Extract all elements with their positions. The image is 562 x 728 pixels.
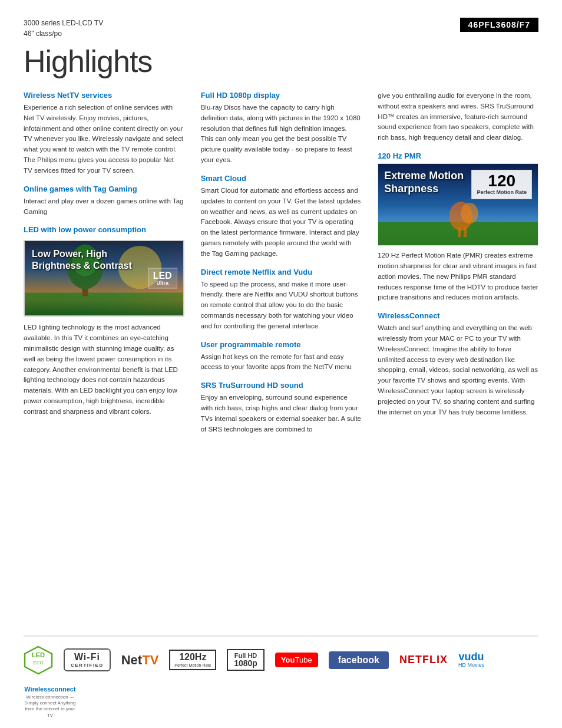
fullhd-body: Blu-ray Discs have the capacity to carry…	[201, 103, 362, 166]
model-badge: 46PFL3608/F7	[460, 18, 538, 32]
class-label: 46" class/po	[24, 28, 103, 39]
youtube-label: YouTube	[275, 653, 318, 667]
led-power-body: LED lighting technology is the most adva…	[24, 322, 184, 417]
svg-point-9	[461, 203, 479, 223]
netflix-vudu-body: To speed up the process, and make it mor…	[201, 279, 362, 332]
vudu-badge: vudu HD Movies	[458, 651, 484, 668]
page-title: Highlights	[24, 44, 538, 79]
svg-rect-10	[458, 227, 461, 238]
pmr-title: 120 Hz PMR	[378, 151, 538, 160]
column-3: give you enthralling audio for everyone …	[378, 91, 538, 435]
svg-text:LED: LED	[32, 651, 45, 658]
srs-body: Enjoy an enveloping, surround sound expe…	[201, 393, 362, 434]
fullhd-title: Full HD 1080p display	[201, 91, 362, 100]
user-remote-body: Assign hot keys on the remote for fast a…	[201, 352, 362, 373]
led-image-text: Low Power, High Brightness & Contrast	[32, 248, 132, 271]
wirelessconnect-badge: Wirelessconnect Wireless connection — Si…	[24, 686, 77, 719]
fullhd-sub: 1080p	[234, 659, 257, 667]
netflix-label: NETFLIX	[399, 654, 448, 666]
wconnect-sub: Wireless connection — Simply connect Any…	[24, 694, 77, 719]
column-1: Wireless NetTV services Experience a ric…	[24, 91, 184, 435]
wconnect-title: Wirelessconnect	[24, 686, 75, 693]
pmr-overlay-text: Extreme Motion Sharpness	[384, 170, 464, 195]
pmr-image-box: Extreme Motion Sharpness 120 Perfect Mot…	[378, 163, 538, 246]
header-row: 3000 series LED-LCD TV 46" class/po 46PF…	[24, 18, 538, 39]
srs-title: SRS TruSurround HD sound	[201, 381, 362, 390]
pmr-body: 120 Hz Perfect Motion Rate (PMR) creates…	[378, 251, 538, 303]
column-2: Full HD 1080p display Blu-ray Discs have…	[201, 91, 362, 435]
youtube-badge: YouTube	[275, 653, 318, 667]
facebook-badge: facebook	[329, 651, 389, 669]
led-image-box: Low Power, High Brightness & Contrast LE…	[24, 240, 184, 317]
nettv-badge: NetTV	[121, 654, 159, 667]
netflix-badge: NETFLIX	[399, 654, 448, 666]
srs-body-cont: give you enthralling audio for everyone …	[378, 91, 538, 143]
hz-sub: Perfect Motion Rate	[174, 663, 211, 667]
led-power-title: LED with low power consumption	[24, 225, 184, 234]
certified-label: CERTIFIED	[71, 663, 104, 668]
fullhd-badge: Full HD 1080p	[227, 649, 265, 671]
online-games-title: Online games with Tag Gaming	[24, 185, 184, 193]
wireless-connect-title: WirelessConnect	[378, 311, 538, 320]
wifi-certified-badge: Wi-Fi CERTIFIED	[64, 648, 111, 671]
main-content: Wireless NetTV services Experience a ric…	[24, 91, 538, 435]
svg-rect-11	[464, 227, 467, 238]
facebook-label: facebook	[329, 651, 389, 669]
wireless-connect-body: Watch and surf anything and everything o…	[378, 323, 538, 417]
user-remote-title: User programmable remote	[201, 340, 362, 349]
footer-badges: LED ECO Wi-Fi CERTIFIED NetTV 120Hz Perf…	[24, 635, 538, 728]
vudu-sub: HD Movies	[458, 662, 484, 668]
online-games-body: Interact and play over a dozen games onl…	[24, 196, 184, 218]
wireless-nettv-title: Wireless NetTV services	[24, 91, 184, 100]
pmr-badge: 120 Perfect Motion Rate	[471, 170, 532, 199]
wireless-nettv-body: Experience a rich selection of online se…	[24, 103, 184, 176]
svg-text:ECO: ECO	[33, 660, 43, 666]
hz-label: 120Hz	[179, 653, 206, 662]
nettv-label: TV	[142, 653, 158, 667]
led-eco-badge: LED ECO	[24, 645, 53, 675]
vudu-label: vudu	[458, 651, 484, 662]
wifi-label: Wi-Fi	[74, 652, 100, 663]
smart-cloud-title: Smart Cloud	[201, 174, 362, 183]
svg-rect-2	[25, 293, 183, 316]
series-info: 3000 series LED-LCD TV 46" class/po	[24, 18, 103, 39]
120hz-badge: 120Hz Perfect Motion Rate	[169, 650, 216, 670]
netflix-vudu-title: Direct remote Netflix and Vudu	[201, 268, 362, 276]
smart-cloud-body: Smart Cloud for automatic and effortless…	[201, 186, 362, 259]
page-container: 3000 series LED-LCD TV 46" class/po 46PF…	[0, 0, 562, 728]
led-ultra-badge: LED Ultra	[148, 268, 177, 289]
series-label: 3000 series LED-LCD TV	[24, 18, 103, 28]
